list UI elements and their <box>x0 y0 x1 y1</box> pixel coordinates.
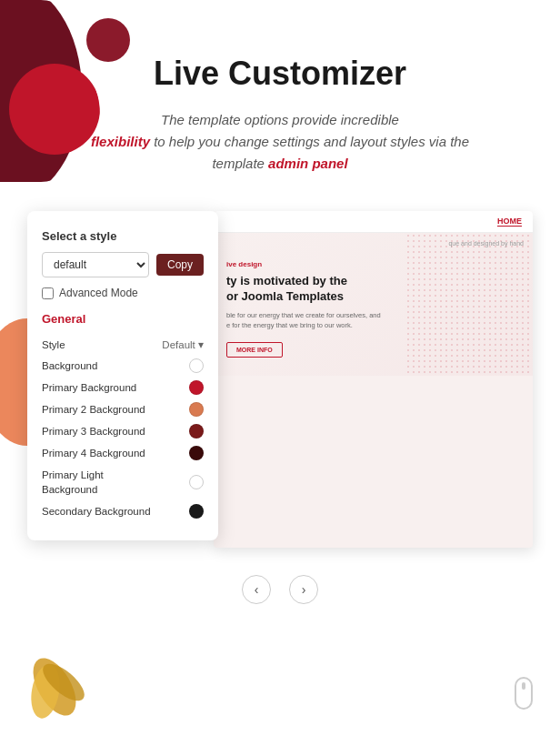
color-swatch[interactable] <box>189 446 204 460</box>
table-row: Style Default ▾ <box>42 335 204 355</box>
setting-name: Primary 3 Background <box>42 426 145 437</box>
copy-button[interactable]: Copy <box>156 254 204 276</box>
advanced-mode-label: Advanced Mode <box>59 287 138 299</box>
color-swatch[interactable] <box>189 424 204 439</box>
scroll-dot <box>522 682 525 690</box>
subtitle-bold2: admin panel <box>268 156 348 171</box>
subtitle-bold1: flexibility <box>91 134 150 149</box>
next-arrow[interactable]: › <box>289 575 318 604</box>
table-row: Secondary Background <box>42 500 204 522</box>
setting-name: Primary 4 Background <box>42 448 145 459</box>
decorative-flower <box>5 641 105 732</box>
prev-arrow[interactable]: ‹ <box>242 575 271 604</box>
setting-name: Primary Light Background <box>42 468 160 497</box>
page-title: Live Customizer <box>55 55 505 93</box>
color-swatch[interactable] <box>189 380 204 395</box>
dots-background <box>405 233 533 376</box>
setting-name: Primary 2 Background <box>42 404 145 415</box>
badge-text: que and designed by hand <box>448 240 524 247</box>
settings-table: Style Default ▾ Background Primary Backg… <box>42 335 204 522</box>
section-general-label: General <box>42 312 204 326</box>
setting-value: Default ▾ <box>162 338 204 351</box>
setting-name: Style <box>42 339 65 350</box>
table-row: Primary Light Background <box>42 464 204 500</box>
website-preview: HOME que and designed by hand ive design… <box>214 211 533 548</box>
page-subtitle: The template options provide incredible … <box>89 109 471 175</box>
bottom-navigation: ‹ › <box>0 557 560 613</box>
preview-navbar: HOME <box>214 211 533 233</box>
table-row: Primary 2 Background <box>42 398 204 420</box>
scroll-indicator <box>515 677 533 710</box>
color-swatch[interactable] <box>189 504 204 519</box>
nav-item-home: HOME <box>497 217 522 227</box>
more-info-button[interactable]: MORE INFO <box>226 342 283 358</box>
table-row: Background <box>42 355 204 377</box>
setting-name: Primary Background <box>42 382 136 393</box>
setting-name: Secondary Background <box>42 506 151 517</box>
table-row: Primary 4 Background <box>42 442 204 464</box>
panel-title: Select a style <box>42 229 204 243</box>
color-swatch[interactable] <box>189 402 204 417</box>
subtitle-text1: The template options provide incredible <box>161 112 399 127</box>
color-swatch[interactable] <box>189 358 204 373</box>
color-swatch[interactable] <box>189 475 204 489</box>
setting-name: Background <box>42 360 97 371</box>
advanced-mode-row: Advanced Mode <box>42 287 204 299</box>
style-select[interactable]: default <box>42 252 149 277</box>
table-row: Primary 3 Background <box>42 420 204 442</box>
preview-hero: que and designed by hand ive design ty i… <box>214 233 533 376</box>
customizer-panel: Select a style default Copy Advanced Mod… <box>27 211 218 540</box>
advanced-mode-checkbox[interactable] <box>42 287 54 299</box>
style-row: default Copy <box>42 252 204 277</box>
table-row: Primary Background <box>42 377 204 398</box>
